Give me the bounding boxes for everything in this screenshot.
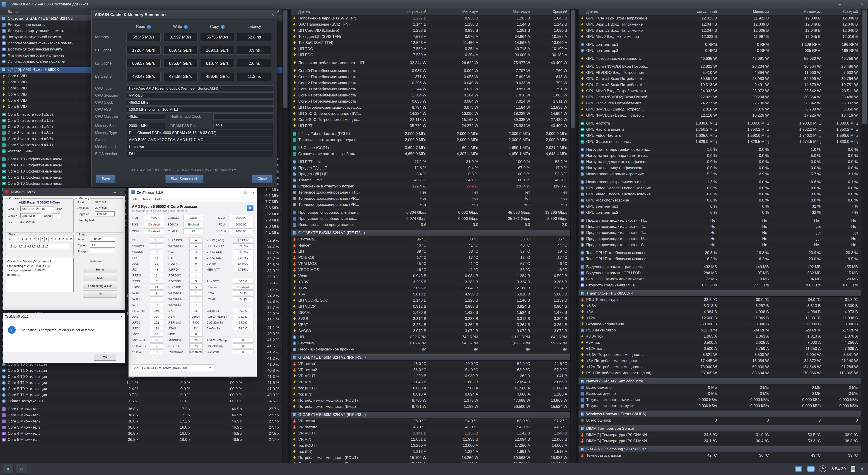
- testmem-site-link[interactable]: testmem.tz.ru: [78, 259, 121, 263]
- sensor-row[interactable]: VR петля243.0 °C40.0 °C54.0 °C44.6 °C: [290, 424, 570, 430]
- sensor-row[interactable]: ток (IOUT)13.250 А12.000 А17.250 А14.003…: [290, 442, 570, 448]
- column-header-sensor[interactable]: Датчик: [586, 10, 668, 14]
- sensor-row[interactable]: Core 5 Множитель36.8 x16.0 x46.5 x27.7 x: [0, 437, 282, 443]
- sensor-row[interactable]: ЦП SoC Энергопотребление (SVI...14.324 W…: [290, 110, 570, 117]
- sensor-row[interactable]: Нагрузка видеодвижка графичес...0.0 %0.0…: [579, 159, 861, 165]
- sensor-row[interactable]: VBAT3.264 В3.264 В3.264 В3.264 В: [290, 322, 570, 328]
- sensor-row[interactable]: 3VSB3.312 В3.288 В3.312 В3.304 В: [290, 316, 570, 322]
- sensor-row[interactable]: Тепловое дросселирование (PR...НетНетНет…: [290, 201, 570, 208]
- sensor-row[interactable]: Тактовая частота контроллера па...2,000.…: [290, 137, 570, 143]
- sensor-row[interactable]: Core 0 Потребляемая мощность0.937 W0.002…: [290, 68, 570, 74]
- sensor-row[interactable]: ЦП822 RPM745 RPM1,112 RPM845 RPM: [290, 334, 570, 340]
- sensor-row[interactable]: Несанкционированное проникн...дададада: [290, 346, 570, 352]
- sensor-section-row[interactable]: Network: RealTek Semiconductor ...: [579, 378, 861, 384]
- test-number[interactable]: 4: [24, 237, 28, 242]
- test-number[interactable]: 7: [36, 237, 40, 242]
- column-header-current[interactable]: актуальный: [668, 10, 720, 14]
- info-icon[interactable]: i: [147, 25, 151, 29]
- sensor-row[interactable]: AVCC33.072 В3.072 В3.072 В3.072 В: [290, 328, 570, 334]
- report-icon[interactable]: [851, 466, 855, 472]
- exit-button[interactable]: Exit: [83, 290, 117, 297]
- sensor-row[interactable]: Предел производительности - Т...НетНетда…: [579, 223, 861, 229]
- sensor-row[interactable]: Core 3 Множитель36.8 x16.0 x46.5 x27.7 x: [0, 424, 282, 431]
- sensor-row[interactable]: GPU 8-pin #1 Вход Напряжение12.047 В12.0…: [579, 21, 861, 27]
- sensor-row[interactable]: +3.3V ток1.063 А1.063 А1.813 А1.076 А: [579, 333, 861, 339]
- sensor-row[interactable]: GPU Core (NVVDD) Вход Потреб...22.021 W2…: [579, 63, 861, 69]
- info-icon[interactable]: i: [184, 25, 188, 29]
- sensor-row[interactable]: GPU Video Частота1,605.0 МГц1,590.0 МГц1…: [579, 132, 861, 138]
- sensor-row[interactable]: GPU Эффективные часы1,829.9 МГц1,829.5 М…: [579, 138, 861, 145]
- sensor-row[interactable]: ЦП39 °C33 °C57 °C39 °C: [290, 248, 570, 254]
- sensor-row[interactable]: GPU Core #2 Вход Потребляем...10.313 W9.…: [579, 82, 861, 88]
- menu-item-file[interactable]: File: [130, 197, 140, 201]
- scrollbar-left[interactable]: [282, 9, 288, 463]
- sensor-row[interactable]: GPU PCIe +12V Вход Напряжение12.023 В11.…: [579, 15, 861, 21]
- sensor-row[interactable]: SoC Напряжение (SVI2 TFN)1.144 В1.138 В1…: [290, 21, 570, 27]
- dimm-select[interactable]: A2: F4-3200C14-16GTZKW (16GB, DR) ▼: [132, 364, 214, 371]
- sensor-row[interactable]: Core 5 Потребляемая мощность0.658 W0.084…: [290, 98, 570, 104]
- sensor-row[interactable]: GPU Video Encode 0 использование0.0 %0.0…: [579, 191, 861, 197]
- sensor-row[interactable]: Потребляемая мощность (POUT)15.109 W14.2…: [290, 455, 570, 461]
- test-number[interactable]: 0: [8, 237, 12, 242]
- load-config-button[interactable]: Load config & exit: [83, 282, 117, 289]
- close-icon[interactable]: ×: [857, 0, 868, 9]
- sensor-row[interactable]: Нагрузка контроллера памяти гр...0.0 %0.…: [579, 153, 861, 159]
- sensor-row[interactable]: +5V ток3.500 А2.625 А7.000 А4.256 А: [579, 339, 861, 346]
- sensor-row[interactable]: Всего ошибок0000: [579, 417, 861, 423]
- sensor-row[interactable]: Текущая скорость загрузки0.000 КБ/s0.000…: [579, 403, 861, 409]
- clock-icon[interactable]: [819, 466, 826, 472]
- sensor-row[interactable]: Полная потребляемая мощность ЦП32.244 W2…: [290, 60, 570, 66]
- save-button[interactable]: Save: [96, 175, 116, 183]
- column-header-max[interactable]: Максимум: [481, 10, 533, 14]
- sensor-row[interactable]: Core 5 T0 Утилизация2.4 %0.0 %100.0 %41.…: [0, 386, 282, 392]
- sensor-row[interactable]: ЦП Core VID (Effective)1.238 В0.938 В1.2…: [290, 27, 570, 33]
- sensor-row[interactable]: Vcore0.948 В0.084 В1.284 В0.592 В: [290, 273, 570, 279]
- test-number[interactable]: 6: [32, 237, 36, 242]
- sensor-row[interactable]: Core 4 Потребляемая мощность1.304 W0.104…: [290, 92, 570, 98]
- sensor-row[interactable]: GPU (NVVDD2) Вывод Потреб...12.118 W10.2…: [579, 112, 861, 118]
- sensor-row[interactable]: Core 1 Потребляемая мощность1.371 W0.053…: [290, 74, 570, 80]
- sensor-row[interactable]: Core 4 T1 Утилизация14.1 %0.0 %100.0 %41…: [0, 380, 282, 386]
- sensor-row[interactable]: GPU Частота памяти1,750.2 МГц1,750.2 МГц…: [579, 126, 861, 132]
- sensor-row[interactable]: GPU вентилятор10 RPM0 RPM1,109 RPM196 RP…: [579, 41, 861, 48]
- aida64-minimize-icon[interactable]: –: [262, 12, 265, 17]
- sensor-row[interactable]: Всего загружено0 МБ0 МБ0 МБ0 МБ: [579, 390, 861, 397]
- sensor-row[interactable]: Предел производительности - П...НетНетНе…: [579, 217, 861, 223]
- sensor-section-row[interactable]: GIGABYTE B450M S2H V2 (IRF IR3...): [290, 411, 570, 418]
- sensor-row[interactable]: Core 1 Множитель36.8 x17.2 x46.5 x27.7 x: [0, 412, 282, 418]
- sensor-row[interactable]: Скорость соединения PCIe8.0 GT/s2.5 GT/s…: [579, 282, 861, 288]
- test-number[interactable]: 9: [44, 237, 49, 242]
- test-number[interactable]: 14: [65, 237, 69, 242]
- sensor-row[interactable]: DIMM[3] Температура (P0 CHANN...34.1 °C3…: [579, 438, 861, 444]
- maximize-icon[interactable]: □: [845, 0, 857, 9]
- sensor-row[interactable]: Потребляемая мощность (Вход)9.781 W1.188…: [290, 404, 570, 410]
- sensor-row[interactable]: GPU 8-pin #2 Вход Напряжение12.047 В12.0…: [579, 27, 861, 33]
- test-number[interactable]: 3: [20, 237, 24, 242]
- sensor-row[interactable]: GPU вентилятор10 %0 %32 %7 %: [579, 203, 861, 210]
- sensor-row[interactable]: Тепловое дросселирование (PR...НетНетНет…: [290, 195, 570, 201]
- sensor-row[interactable]: Ограничение частоты - глобаль...4,650.0 …: [290, 151, 570, 157]
- test-number[interactable]: 12: [57, 237, 61, 242]
- testmem5-close-icon[interactable]: ×: [121, 190, 123, 194]
- sensor-row[interactable]: Потребляемая мощность (POUT)9.750 W1.375…: [290, 397, 570, 404]
- sensor-row[interactable]: PSU вентилятор512 RPM504 RPM520 RPM517 R…: [579, 327, 861, 333]
- forward-arrows-icon[interactable]: »: [16, 464, 27, 474]
- column-header-avg[interactable]: Средний: [824, 10, 861, 14]
- sensor-row[interactable]: L3 Cache (CCD1)3,694.7 МГц60.4 МГц4,650.…: [290, 145, 570, 151]
- sensor-row[interactable]: Использование памяти графиче...5.2 %2.9 …: [579, 171, 861, 177]
- sensor-row[interactable]: Выделенная память графическо...492 МБ449…: [579, 264, 861, 270]
- test-number[interactable]: 11: [53, 237, 57, 242]
- sensor-row[interactable]: GPU вентилятор20 %0 %32 %7 %: [579, 210, 861, 216]
- sensor-row[interactable]: Пропускная способность чтения ...0.304 G…: [290, 210, 570, 216]
- sensor-row[interactable]: GPU FBVDDQ Вход Потребляем...5.410 W4.89…: [579, 69, 861, 75]
- sensor-row[interactable]: Система 11,016 RPM945 RPM1,033 RPM996 RP…: [290, 340, 570, 346]
- ok-button[interactable]: OK: [94, 354, 116, 361]
- sensor-row[interactable]: Использование графического пр...1.3 %0.0…: [579, 179, 861, 185]
- test-number[interactable]: 5: [28, 237, 32, 242]
- log-textarea[interactable]: Customize: Default @1usmus_v3Start testi…: [5, 258, 73, 292]
- sensor-row[interactable]: VR VIN12.043 В11.882 В12.094 В12.066 В: [290, 379, 570, 385]
- close-button[interactable]: Close: [252, 175, 273, 183]
- scrollbar-right[interactable]: [861, 9, 868, 463]
- zen-maximize-icon[interactable]: □: [244, 190, 246, 194]
- sensor-row[interactable]: VRM MOS45 °C41 °C57 °C46 °C: [290, 261, 570, 267]
